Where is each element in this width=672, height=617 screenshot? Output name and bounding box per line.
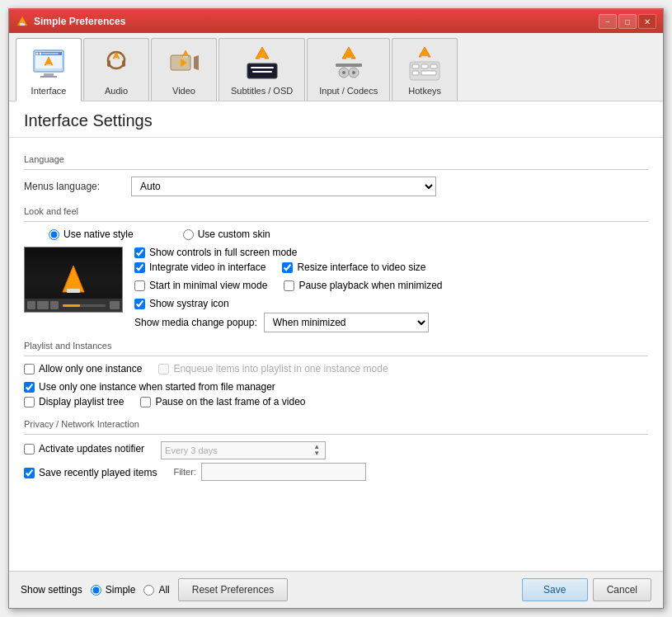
resize-interface-checkbox[interactable] (282, 262, 293, 273)
enqueue-label[interactable]: Enqueue items into playlist in one insta… (158, 363, 388, 374)
tab-hotkeys-label: Hotkeys (408, 86, 441, 96)
one-instance-label[interactable]: Allow only one instance (24, 363, 142, 374)
svg-rect-38 (421, 64, 428, 68)
svg-rect-29 (336, 64, 362, 67)
systray-label[interactable]: Show systray icon (134, 298, 648, 309)
hotkeys-tab-icon (405, 44, 444, 83)
integrate-video-label[interactable]: Integrate video in interface (134, 261, 266, 273)
simple-radio[interactable] (91, 585, 101, 596)
tab-input[interactable]: Input / Codecs (307, 38, 390, 101)
file-manager-text: Use only one instance when started from … (39, 381, 275, 393)
ctrl-play (37, 301, 49, 309)
systray-checkbox[interactable] (134, 299, 145, 309)
ctrl-next (50, 301, 59, 309)
use-native-radio-label[interactable]: Use native style (49, 228, 134, 240)
tab-hotkeys[interactable]: Hotkeys (392, 38, 458, 101)
save-recent-checkbox[interactable] (24, 468, 35, 478)
show-controls-checkbox[interactable] (134, 247, 145, 258)
all-radio[interactable] (143, 585, 154, 596)
preview-area: Show controls in full screen mode Integr… (24, 247, 648, 332)
minimal-view-checkbox[interactable] (134, 280, 145, 291)
svg-rect-9 (40, 76, 57, 78)
filter-label: Filter: (173, 467, 196, 477)
svg-point-33 (352, 71, 355, 74)
file-manager-label[interactable]: Use only one instance when started from … (24, 381, 648, 393)
playlist-row-1: Allow only one instance Enqueue items in… (24, 363, 648, 378)
svg-rect-40 (412, 71, 419, 75)
integrate-video-checkbox[interactable] (134, 262, 145, 273)
svg-marker-20 (182, 50, 189, 57)
progress-fill (63, 304, 80, 307)
all-radio-label[interactable]: All (143, 584, 169, 596)
tab-subtitles[interactable]: Subtitles / OSD (219, 38, 305, 101)
resize-interface-label[interactable]: Resize interface to video size (282, 261, 425, 273)
one-instance-checkbox[interactable] (24, 364, 35, 374)
use-native-radio[interactable] (49, 229, 59, 240)
use-custom-radio[interactable] (183, 229, 194, 240)
one-instance-text: Allow only one instance (39, 363, 142, 374)
privacy-section-label: Privacy / Network Interaction (24, 419, 648, 429)
spin-input: Every 3 days ▲ ▼ (161, 441, 326, 459)
reset-preferences-button[interactable]: Reset Preferences (178, 578, 288, 601)
save-recent-label[interactable]: Save recently played items (24, 463, 157, 483)
cancel-button[interactable]: Cancel (593, 578, 651, 601)
show-controls-label[interactable]: Show controls in full screen mode (134, 247, 648, 258)
tab-interface-label: Interface (31, 86, 67, 96)
pause-minimized-checkbox[interactable] (284, 280, 294, 291)
ctrl-prev (27, 301, 35, 309)
btn-group: Save Cancel (522, 578, 651, 601)
svg-point-6 (40, 53, 42, 55)
pause-minimized-label[interactable]: Pause playback when minimized (284, 280, 442, 291)
all-radio-text: All (158, 584, 169, 596)
pause-minimized-text: Pause playback when minimized (298, 280, 442, 291)
last-frame-label[interactable]: Pause on the last frame of a video (140, 396, 305, 407)
svg-rect-21 (183, 56, 188, 58)
main-window: Simple Preferences − □ ✕ Int (8, 8, 664, 609)
svg-marker-19 (194, 55, 199, 70)
save-button[interactable]: Save (522, 578, 588, 601)
simple-radio-label[interactable]: Simple (91, 584, 136, 596)
window-title: Simple Preferences (34, 16, 125, 27)
maximize-button[interactable]: □ (618, 14, 637, 29)
svg-rect-16 (115, 58, 118, 59)
use-custom-radio-label[interactable]: Use custom skin (183, 228, 270, 240)
playlist-divider (24, 356, 648, 356)
playlist-tree-checkbox[interactable] (24, 397, 35, 407)
updates-notifier-label[interactable]: Activate updates notifier (24, 441, 144, 456)
row-pair-1: Integrate video in interface Resize inte… (134, 261, 648, 276)
menus-language-select[interactable]: Auto English French German Spanish (131, 177, 436, 196)
interface-tab-icon (29, 44, 68, 83)
svg-rect-41 (421, 71, 436, 75)
playlist-tree-label[interactable]: Display playlist tree (24, 396, 124, 407)
playlist-section-label: Playlist and Instances (24, 341, 648, 351)
systray-text: Show systray icon (149, 298, 229, 309)
file-manager-checkbox[interactable] (24, 382, 35, 393)
spin-value: Every 3 days (165, 445, 218, 455)
svg-rect-39 (430, 64, 437, 68)
filter-input[interactable] (201, 463, 366, 481)
spin-down[interactable]: ▼ (312, 450, 322, 457)
tab-audio[interactable]: Audio (83, 38, 149, 101)
minimal-view-label[interactable]: Start in minimal view mode (134, 280, 267, 291)
svg-rect-26 (252, 71, 272, 73)
spin-arrows: ▲ ▼ (312, 444, 322, 457)
svg-rect-37 (412, 64, 419, 68)
privacy-row-2: Save recently played items Filter: (24, 463, 648, 486)
use-native-label: Use native style (63, 228, 134, 240)
vlc-controls-bar (25, 299, 122, 312)
minimize-button[interactable]: − (599, 14, 617, 29)
svg-rect-25 (251, 67, 274, 68)
row-pair-2: Start in minimal view mode Pause playbac… (134, 280, 648, 294)
filter-row: Filter: (173, 463, 366, 481)
last-frame-checkbox[interactable] (140, 397, 151, 407)
popup-select[interactable]: Never When minimized Always (264, 313, 429, 332)
tab-audio-label: Audio (105, 86, 128, 96)
tab-video[interactable]: Video (151, 38, 217, 101)
enqueue-text: Enqueue items into playlist in one insta… (173, 363, 388, 374)
enqueue-checkbox[interactable] (158, 364, 169, 374)
save-recent-text: Save recently played items (39, 467, 157, 478)
close-button[interactable]: ✕ (638, 14, 656, 29)
updates-notifier-checkbox[interactable] (24, 444, 35, 455)
tab-interface[interactable]: Interface (16, 38, 82, 101)
updates-notifier-text: Activate updates notifier (39, 443, 144, 455)
